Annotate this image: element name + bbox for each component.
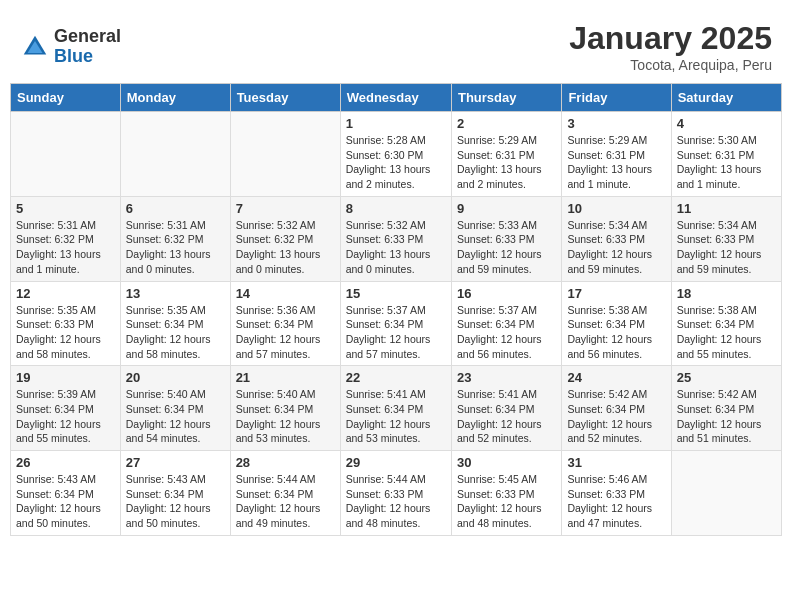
day-number: 27 — [126, 455, 225, 470]
day-number: 5 — [16, 201, 115, 216]
calendar-cell: 10Sunrise: 5:34 AM Sunset: 6:33 PM Dayli… — [562, 196, 671, 281]
calendar-cell — [120, 112, 230, 197]
day-number: 6 — [126, 201, 225, 216]
day-info: Sunrise: 5:39 AM Sunset: 6:34 PM Dayligh… — [16, 387, 115, 446]
calendar-table: SundayMondayTuesdayWednesdayThursdayFrid… — [10, 83, 782, 536]
calendar-cell: 27Sunrise: 5:43 AM Sunset: 6:34 PM Dayli… — [120, 451, 230, 536]
calendar-cell: 11Sunrise: 5:34 AM Sunset: 6:33 PM Dayli… — [671, 196, 781, 281]
calendar-cell: 23Sunrise: 5:41 AM Sunset: 6:34 PM Dayli… — [451, 366, 561, 451]
day-number: 14 — [236, 286, 335, 301]
day-number: 26 — [16, 455, 115, 470]
page-header: General Blue January 2025 Tocota, Arequi… — [10, 10, 782, 78]
day-info: Sunrise: 5:45 AM Sunset: 6:33 PM Dayligh… — [457, 472, 556, 531]
calendar-cell: 25Sunrise: 5:42 AM Sunset: 6:34 PM Dayli… — [671, 366, 781, 451]
calendar-cell: 19Sunrise: 5:39 AM Sunset: 6:34 PM Dayli… — [11, 366, 121, 451]
calendar-cell: 13Sunrise: 5:35 AM Sunset: 6:34 PM Dayli… — [120, 281, 230, 366]
day-info: Sunrise: 5:32 AM Sunset: 6:33 PM Dayligh… — [346, 218, 446, 277]
calendar-week-row: 5Sunrise: 5:31 AM Sunset: 6:32 PM Daylig… — [11, 196, 782, 281]
day-number: 1 — [346, 116, 446, 131]
weekday-header: Monday — [120, 84, 230, 112]
day-number: 30 — [457, 455, 556, 470]
weekday-header: Saturday — [671, 84, 781, 112]
logo-general: General — [54, 27, 121, 47]
calendar-cell: 16Sunrise: 5:37 AM Sunset: 6:34 PM Dayli… — [451, 281, 561, 366]
day-number: 28 — [236, 455, 335, 470]
calendar-week-row: 19Sunrise: 5:39 AM Sunset: 6:34 PM Dayli… — [11, 366, 782, 451]
day-number: 11 — [677, 201, 776, 216]
calendar-cell: 31Sunrise: 5:46 AM Sunset: 6:33 PM Dayli… — [562, 451, 671, 536]
calendar-cell — [671, 451, 781, 536]
day-number: 19 — [16, 370, 115, 385]
day-number: 31 — [567, 455, 665, 470]
day-info: Sunrise: 5:35 AM Sunset: 6:33 PM Dayligh… — [16, 303, 115, 362]
logo-icon — [20, 32, 50, 62]
weekday-header: Tuesday — [230, 84, 340, 112]
day-number: 24 — [567, 370, 665, 385]
day-info: Sunrise: 5:29 AM Sunset: 6:31 PM Dayligh… — [567, 133, 665, 192]
day-number: 12 — [16, 286, 115, 301]
calendar-cell: 30Sunrise: 5:45 AM Sunset: 6:33 PM Dayli… — [451, 451, 561, 536]
day-info: Sunrise: 5:44 AM Sunset: 6:34 PM Dayligh… — [236, 472, 335, 531]
day-info: Sunrise: 5:31 AM Sunset: 6:32 PM Dayligh… — [16, 218, 115, 277]
day-info: Sunrise: 5:44 AM Sunset: 6:33 PM Dayligh… — [346, 472, 446, 531]
day-number: 23 — [457, 370, 556, 385]
day-number: 8 — [346, 201, 446, 216]
day-info: Sunrise: 5:43 AM Sunset: 6:34 PM Dayligh… — [126, 472, 225, 531]
calendar-cell: 15Sunrise: 5:37 AM Sunset: 6:34 PM Dayli… — [340, 281, 451, 366]
calendar-cell: 24Sunrise: 5:42 AM Sunset: 6:34 PM Dayli… — [562, 366, 671, 451]
day-info: Sunrise: 5:29 AM Sunset: 6:31 PM Dayligh… — [457, 133, 556, 192]
day-info: Sunrise: 5:37 AM Sunset: 6:34 PM Dayligh… — [457, 303, 556, 362]
day-info: Sunrise: 5:36 AM Sunset: 6:34 PM Dayligh… — [236, 303, 335, 362]
day-info: Sunrise: 5:42 AM Sunset: 6:34 PM Dayligh… — [567, 387, 665, 446]
day-info: Sunrise: 5:40 AM Sunset: 6:34 PM Dayligh… — [236, 387, 335, 446]
calendar-cell: 12Sunrise: 5:35 AM Sunset: 6:33 PM Dayli… — [11, 281, 121, 366]
day-number: 7 — [236, 201, 335, 216]
day-info: Sunrise: 5:46 AM Sunset: 6:33 PM Dayligh… — [567, 472, 665, 531]
day-info: Sunrise: 5:37 AM Sunset: 6:34 PM Dayligh… — [346, 303, 446, 362]
day-number: 22 — [346, 370, 446, 385]
day-number: 17 — [567, 286, 665, 301]
day-info: Sunrise: 5:30 AM Sunset: 6:31 PM Dayligh… — [677, 133, 776, 192]
day-number: 3 — [567, 116, 665, 131]
calendar-cell: 28Sunrise: 5:44 AM Sunset: 6:34 PM Dayli… — [230, 451, 340, 536]
day-info: Sunrise: 5:41 AM Sunset: 6:34 PM Dayligh… — [457, 387, 556, 446]
calendar-cell: 17Sunrise: 5:38 AM Sunset: 6:34 PM Dayli… — [562, 281, 671, 366]
calendar-cell: 18Sunrise: 5:38 AM Sunset: 6:34 PM Dayli… — [671, 281, 781, 366]
calendar-cell: 2Sunrise: 5:29 AM Sunset: 6:31 PM Daylig… — [451, 112, 561, 197]
calendar-cell: 4Sunrise: 5:30 AM Sunset: 6:31 PM Daylig… — [671, 112, 781, 197]
calendar-week-row: 1Sunrise: 5:28 AM Sunset: 6:30 PM Daylig… — [11, 112, 782, 197]
weekday-header: Thursday — [451, 84, 561, 112]
day-info: Sunrise: 5:32 AM Sunset: 6:32 PM Dayligh… — [236, 218, 335, 277]
calendar-cell: 26Sunrise: 5:43 AM Sunset: 6:34 PM Dayli… — [11, 451, 121, 536]
calendar-week-row: 26Sunrise: 5:43 AM Sunset: 6:34 PM Dayli… — [11, 451, 782, 536]
calendar-week-row: 12Sunrise: 5:35 AM Sunset: 6:33 PM Dayli… — [11, 281, 782, 366]
day-info: Sunrise: 5:35 AM Sunset: 6:34 PM Dayligh… — [126, 303, 225, 362]
day-number: 29 — [346, 455, 446, 470]
day-number: 4 — [677, 116, 776, 131]
location: Tocota, Arequipa, Peru — [569, 57, 772, 73]
weekday-header: Wednesday — [340, 84, 451, 112]
day-number: 9 — [457, 201, 556, 216]
logo-text: General Blue — [54, 27, 121, 67]
day-info: Sunrise: 5:34 AM Sunset: 6:33 PM Dayligh… — [677, 218, 776, 277]
day-number: 2 — [457, 116, 556, 131]
calendar-cell: 21Sunrise: 5:40 AM Sunset: 6:34 PM Dayli… — [230, 366, 340, 451]
day-info: Sunrise: 5:42 AM Sunset: 6:34 PM Dayligh… — [677, 387, 776, 446]
day-number: 13 — [126, 286, 225, 301]
logo: General Blue — [20, 27, 121, 67]
day-info: Sunrise: 5:41 AM Sunset: 6:34 PM Dayligh… — [346, 387, 446, 446]
day-number: 20 — [126, 370, 225, 385]
calendar-cell: 8Sunrise: 5:32 AM Sunset: 6:33 PM Daylig… — [340, 196, 451, 281]
day-number: 25 — [677, 370, 776, 385]
title-block: January 2025 Tocota, Arequipa, Peru — [569, 20, 772, 73]
calendar-cell: 3Sunrise: 5:29 AM Sunset: 6:31 PM Daylig… — [562, 112, 671, 197]
logo-blue: Blue — [54, 47, 121, 67]
day-number: 15 — [346, 286, 446, 301]
calendar-cell — [11, 112, 121, 197]
weekday-header-row: SundayMondayTuesdayWednesdayThursdayFrid… — [11, 84, 782, 112]
month-title: January 2025 — [569, 20, 772, 57]
calendar-cell: 1Sunrise: 5:28 AM Sunset: 6:30 PM Daylig… — [340, 112, 451, 197]
calendar-cell — [230, 112, 340, 197]
day-number: 10 — [567, 201, 665, 216]
day-number: 21 — [236, 370, 335, 385]
